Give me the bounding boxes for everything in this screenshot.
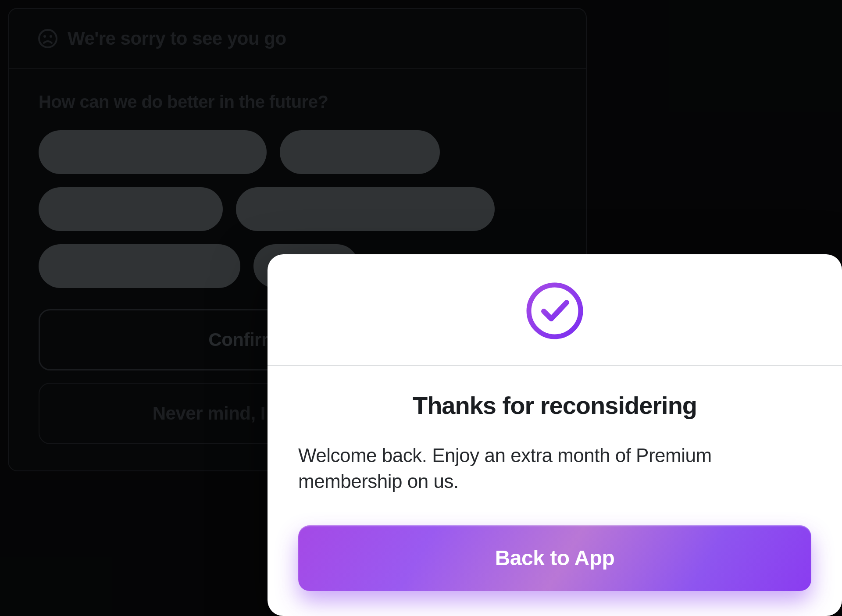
reconsider-modal: Thanks for reconsidering Welcome back. E… [268, 254, 842, 616]
reason-option[interactable] [39, 244, 240, 288]
modal-description: Welcome back. Enjoy an extra month of Pr… [298, 442, 811, 495]
modal-body: Thanks for reconsidering Welcome back. E… [268, 366, 842, 591]
reason-option[interactable] [39, 130, 267, 174]
check-circle-icon [525, 281, 584, 340]
modal-icon-wrap [268, 254, 842, 366]
svg-point-2 [50, 35, 52, 38]
modal-title: Thanks for reconsidering [298, 391, 811, 420]
cancel-panel-title: We're sorry to see you go [68, 28, 286, 49]
reason-option[interactable] [280, 130, 440, 174]
back-to-app-button[interactable]: Back to App [298, 525, 811, 591]
back-to-app-label: Back to App [495, 546, 615, 570]
svg-point-3 [529, 285, 581, 337]
reason-option[interactable] [236, 187, 495, 231]
cancel-panel-header: We're sorry to see you go [9, 9, 586, 69]
cancel-question: How can we do better in the future? [39, 92, 556, 112]
svg-point-1 [43, 35, 46, 38]
sad-face-icon [38, 28, 58, 49]
svg-point-0 [39, 30, 57, 47]
reason-option[interactable] [39, 187, 223, 231]
